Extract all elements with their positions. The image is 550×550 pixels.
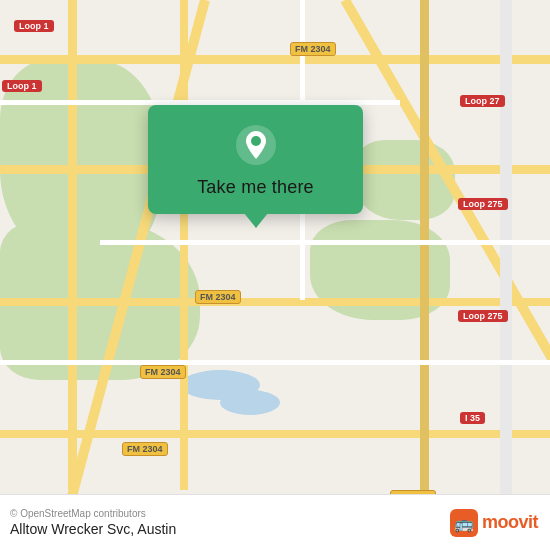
road-v4 [500,0,512,550]
road-v1 [68,0,77,490]
label-fm2304-top: FM 2304 [290,42,336,56]
green-area-3 [355,140,455,220]
label-loop275-top: Loop 275 [458,198,508,210]
road-h3 [0,298,550,306]
business-name: Alltow Wrecker Svc, Austin [10,521,176,537]
moovit-bus-icon: 🚌 [450,509,478,537]
moovit-brand-text: moovit [482,512,538,533]
location-pin-icon [234,123,278,167]
road-sm3 [0,360,550,365]
map-attribution: © OpenStreetMap contributors [10,508,176,519]
road-v2 [180,0,188,490]
moovit-logo: 🚌 moovit [450,509,538,537]
label-fm2304-lower: FM 2304 [140,365,186,379]
bottom-bar: © OpenStreetMap contributors Alltow Wrec… [0,494,550,550]
label-loop275-bot: Loop 275 [458,310,508,322]
svg-text:🚌: 🚌 [454,514,474,533]
label-fm2304-mid: FM 2304 [195,290,241,304]
road-h1 [0,55,550,64]
label-loop27: Loop 27 [460,95,505,107]
label-loop1-mid: Loop 1 [2,80,42,92]
label-fm2304-bottom: FM 2304 [122,442,168,456]
road-sm2 [100,240,550,245]
road-h4 [0,430,550,438]
take-me-there-label[interactable]: Take me there [197,177,314,198]
water-2 [220,390,280,415]
svg-point-1 [251,136,261,146]
label-i35: I 35 [460,412,485,424]
map-container: FM 2304 FM 2304 FM 2304 FM 2304 FM 1625 … [0,0,550,550]
road-v3 [420,0,429,550]
label-loop1-top: Loop 1 [14,20,54,32]
popup-card[interactable]: Take me there [148,105,363,214]
